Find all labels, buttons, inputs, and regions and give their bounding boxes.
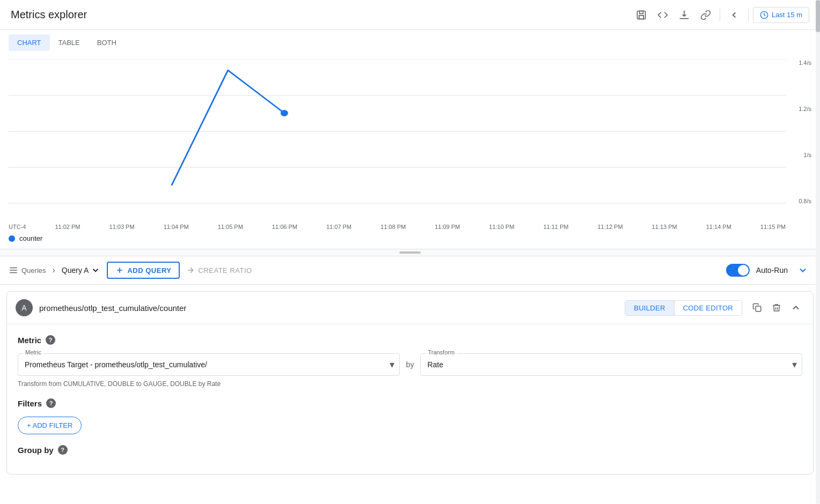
group-by-help-icon[interactable]: ? <box>58 445 68 455</box>
query-panel: A prometheus/otlp_test_cumulative/counte… <box>6 291 814 475</box>
query-bar: Queries › Query A ADD QUERY CREATE RATIO… <box>0 256 820 285</box>
legend-label: counter <box>19 234 42 242</box>
ratio-icon <box>186 266 195 275</box>
query-bar-right: ✓ Auto-Run <box>726 262 811 279</box>
query-panel-body: Metric ? Metric Prometheus Target - prom… <box>7 324 813 474</box>
code-button[interactable] <box>653 5 672 25</box>
query-avatar: A <box>16 299 33 316</box>
header-actions: Last 15 m <box>632 5 809 25</box>
chart-section: CHART TABLE BOTH 1.4/s 1.2/s 1/s 0.8/s <box>0 30 820 249</box>
auto-run-label: Auto-Run <box>756 266 788 275</box>
transform-field-label: Transform <box>426 349 457 355</box>
query-name: Query A <box>62 266 89 275</box>
resize-handle[interactable] <box>0 249 820 256</box>
tab-table[interactable]: TABLE <box>50 34 89 51</box>
query-selector[interactable]: Query A <box>62 265 101 275</box>
app-title: Metrics explorer <box>11 9 87 21</box>
by-label: by <box>406 360 414 369</box>
chart-x-labels: UTC-4 11:02 PM 11:03 PM 11:04 PM 11:05 P… <box>0 221 786 232</box>
app-header: Metrics explorer <box>0 0 820 30</box>
metric-field: Metric Prometheus Target - prometheus/ot… <box>18 353 400 376</box>
auto-run-toggle[interactable]: ✓ <box>726 264 750 277</box>
tab-chart[interactable]: CHART <box>9 34 50 51</box>
metric-row: Metric Prometheus Target - prometheus/ot… <box>18 353 802 376</box>
link-button[interactable] <box>696 5 715 25</box>
chart-tabs: CHART TABLE BOTH <box>0 30 820 55</box>
metric-field-label: Metric <box>23 349 43 355</box>
breadcrumb-chevron: › <box>53 265 55 275</box>
back-button[interactable] <box>724 5 744 25</box>
svg-point-9 <box>281 110 288 116</box>
filters-section-header: Filters ? <box>18 398 802 408</box>
download-button[interactable] <box>675 5 694 25</box>
metric-select[interactable]: Prometheus Target - prometheus/otlp_test… <box>18 353 400 376</box>
queries-label: Queries <box>21 266 46 275</box>
panel-collapse-button[interactable] <box>787 299 804 316</box>
time-range-button[interactable]: Last 15 m <box>753 7 809 23</box>
save-button[interactable] <box>632 5 651 25</box>
duplicate-button[interactable] <box>749 299 766 316</box>
panel-actions <box>749 299 804 316</box>
delete-button[interactable] <box>768 299 785 316</box>
query-panel-header: A prometheus/otlp_test_cumulative/counte… <box>7 292 813 324</box>
query-metric-name: prometheus/otlp_test_cumulative/counter <box>39 303 618 313</box>
add-icon <box>115 266 124 275</box>
svg-rect-2 <box>639 15 643 19</box>
group-by-header: Group by ? <box>18 445 802 455</box>
resize-bar <box>399 251 421 254</box>
chart-area <box>9 60 786 204</box>
header-divider2 <box>748 9 749 21</box>
transform-hint: Transform from CUMULATIVE, DOUBLE to GAU… <box>18 380 802 388</box>
add-query-button[interactable]: ADD QUERY <box>107 262 180 279</box>
filters-section: Filters ? + ADD FILTER <box>18 398 802 434</box>
time-range-label: Last 15 m <box>772 11 802 19</box>
add-filter-button[interactable]: + ADD FILTER <box>18 417 82 434</box>
chart-legend: counter <box>0 232 820 249</box>
svg-rect-1 <box>640 11 643 13</box>
checkmark-icon: ✓ <box>741 266 748 275</box>
transform-select[interactable]: Rate Delta Gauge <box>420 353 802 376</box>
metric-help-icon[interactable]: ? <box>46 335 55 345</box>
header-divider <box>720 9 720 21</box>
metric-section-header: Metric ? <box>18 335 802 345</box>
chart-y-labels: 1.4/s 1.2/s 1/s 0.8/s <box>799 60 811 204</box>
chart-container: 1.4/s 1.2/s 1/s 0.8/s <box>0 55 820 221</box>
svg-rect-15 <box>756 306 761 312</box>
mode-buttons: BUILDER CODE EDITOR <box>625 300 742 316</box>
builder-button[interactable]: BUILDER <box>625 301 673 315</box>
transform-field: Transform Rate Delta Gauge ▾ <box>420 353 802 376</box>
tab-both[interactable]: BOTH <box>89 34 125 51</box>
query-dropdown-icon <box>91 265 100 275</box>
code-editor-button[interactable]: CODE EDITOR <box>674 301 742 315</box>
legend-dot <box>9 235 15 242</box>
group-by-section: Group by ? <box>18 445 802 455</box>
create-ratio-button[interactable]: CREATE RATIO <box>186 266 252 275</box>
collapse-button[interactable] <box>794 262 811 279</box>
filters-help-icon[interactable]: ? <box>46 398 56 408</box>
queries-section: Queries <box>9 265 46 275</box>
queries-icon <box>9 265 18 275</box>
